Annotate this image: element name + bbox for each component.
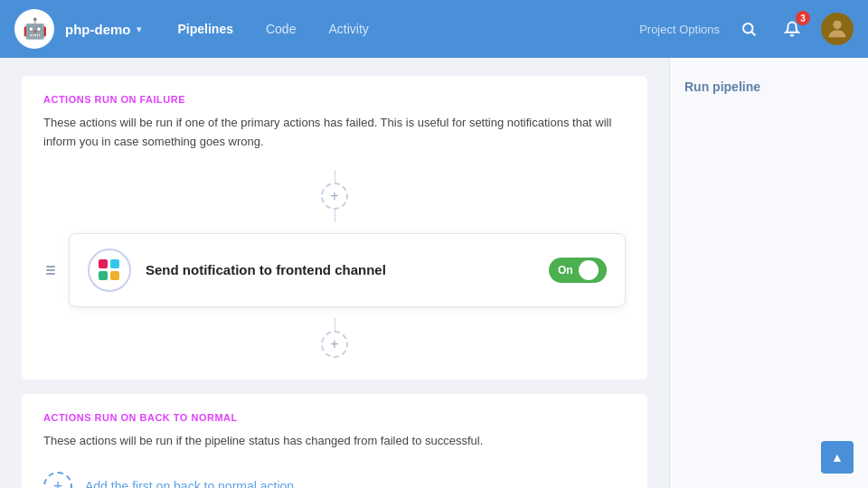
slack-icon [99,259,120,281]
back-to-normal-description: These actions will be run if the pipelin… [43,432,626,451]
main-nav: Pipelines Code Activity [164,14,383,43]
action-card-row: Send notification to frontend channel On [43,233,626,307]
slack-dot-2 [110,259,119,268]
drag-handle-icon[interactable] [43,263,58,277]
add-first-action-row: + Add the first on back to normal action [43,465,626,488]
slack-dot-3 [99,271,108,280]
svg-rect-3 [46,266,55,267]
svg-rect-5 [46,273,55,275]
svg-line-1 [751,32,754,34]
slack-icon-wrapper [88,249,131,292]
logo: 🤖 [14,9,54,49]
failure-section-label: ACTIONS RUN ON FAILURE [43,94,626,105]
arrow-up-icon: ▲ [831,450,844,465]
search-button[interactable] [734,14,763,43]
svg-rect-4 [46,269,55,271]
top-connector: + [43,166,626,226]
add-action-circle-bottom[interactable]: + [321,331,348,358]
nav-item-pipelines[interactable]: Pipelines [164,14,248,43]
add-first-action-icon[interactable]: + [43,472,72,488]
action-name: Send notification to frontend channel [146,262,534,277]
top-navigation-bar: 🤖 php-demo ▾ Pipelines Code Activity Pro… [0,0,868,58]
content-area: ACTIONS RUN ON FAILURE These actions wil… [0,58,669,488]
back-to-normal-label: ACTIONS RUN ON BACK TO NORMAL [43,412,626,423]
connector-line-bottom [335,210,335,222]
project-name: php-demo [65,22,131,37]
slack-dot-4 [110,271,119,280]
connector-line-3 [335,318,335,331]
back-to-normal-section: ACTIONS RUN ON BACK TO NORMAL These acti… [22,394,647,488]
sidebar: Run pipeline [669,58,868,488]
action-toggle[interactable]: On [549,258,607,283]
avatar[interactable] [821,13,854,45]
main-layout: ACTIONS RUN ON FAILURE These actions wil… [0,58,868,488]
toggle-knob [579,260,599,280]
slack-dot-1 [99,259,108,268]
bottom-connector: + [43,314,626,361]
scroll-to-top-button[interactable]: ▲ [821,441,854,474]
add-first-action-label[interactable]: Add the first on back to normal action [85,479,294,488]
svg-point-2 [833,21,841,29]
notification-badge: 3 [796,11,810,25]
nav-item-activity[interactable]: Activity [314,14,382,43]
add-action-circle-top[interactable]: + [321,183,348,210]
connector-line-top [335,170,335,183]
project-selector[interactable]: php-demo ▾ [65,22,142,37]
logo-icon: 🤖 [23,17,47,41]
header-right-area: Project Options 3 [639,13,854,45]
failure-section: ACTIONS RUN ON FAILURE These actions wil… [22,76,647,380]
chevron-down-icon: ▾ [137,23,142,35]
nav-item-code[interactable]: Code [251,14,310,43]
notifications-button[interactable]: 3 [778,14,807,43]
project-options-label[interactable]: Project Options [639,23,720,36]
failure-section-description: These actions will be run if one of the … [43,114,626,152]
slack-notification-action-card[interactable]: Send notification to frontend channel On [69,233,626,307]
toggle-label: On [558,264,573,277]
run-pipeline-button[interactable]: Run pipeline [684,76,854,98]
